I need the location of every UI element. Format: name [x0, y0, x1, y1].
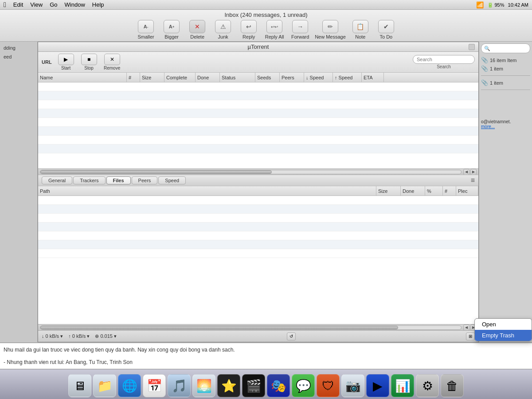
- files-table-body[interactable]: [38, 196, 478, 324]
- menu-edit[interactable]: Edit: [13, 1, 23, 8]
- right-panel-search-input[interactable]: [481, 43, 530, 53]
- menu-view[interactable]: View: [30, 1, 43, 8]
- context-menu-open[interactable]: Open: [475, 319, 532, 330]
- col-header-dspeed[interactable]: ↓ Speed: [304, 73, 333, 82]
- col-header-name[interactable]: Name: [38, 73, 127, 82]
- email-more-link[interactable]: more...: [481, 124, 530, 129]
- note-icon[interactable]: 📋: [352, 20, 368, 33]
- fcol-header-num[interactable]: #: [443, 186, 456, 196]
- fcol-header-path[interactable]: Path: [38, 186, 376, 196]
- scroll-right[interactable]: ▶: [470, 169, 477, 175]
- col-header-seeds[interactable]: Seeds: [255, 73, 280, 82]
- reply-icon[interactable]: ↩: [241, 20, 257, 33]
- dht-status[interactable]: ⊕ 0.015 ▾: [95, 333, 117, 339]
- btn-start[interactable]: ▶ Start: [55, 54, 77, 70]
- table-row[interactable]: [38, 91, 478, 100]
- junk-icon[interactable]: ⚠: [215, 20, 231, 33]
- btn-delete[interactable]: ✕ Delete: [186, 20, 208, 39]
- fcol-header-plec[interactable]: Plec: [456, 186, 478, 196]
- col-header-num[interactable]: #: [127, 73, 140, 82]
- tab-files[interactable]: Files: [106, 176, 131, 184]
- menu-window[interactable]: Window: [65, 1, 85, 8]
- table-row[interactable]: [38, 100, 478, 109]
- tab-speed[interactable]: Speed: [158, 176, 186, 184]
- torrent-list-scrollbar[interactable]: ◀ ▶: [38, 168, 478, 175]
- torrent-list-body[interactable]: [38, 82, 478, 168]
- utorrent-minimize-button[interactable]: [469, 44, 475, 50]
- btn-reply-all[interactable]: ↩↩ Reply All: [263, 20, 286, 39]
- smaller-icon[interactable]: A-: [138, 20, 154, 33]
- btn-forward[interactable]: → Forward: [289, 20, 311, 39]
- table-row[interactable]: [38, 196, 478, 205]
- dock-icon-music[interactable]: 🎵: [168, 374, 191, 397]
- table-row[interactable]: [38, 240, 478, 249]
- reply-all-icon[interactable]: ↩↩: [266, 20, 282, 33]
- tab-trackers[interactable]: Trackers: [73, 176, 105, 184]
- download-speed[interactable]: ↓ 0 kB/s ▾: [42, 333, 63, 339]
- btn-smaller[interactable]: A- Smaller: [135, 20, 157, 39]
- col-header-peers[interactable]: Peers: [280, 73, 304, 82]
- status-btn-refresh[interactable]: ↺: [287, 332, 296, 340]
- table-row[interactable]: [38, 223, 478, 231]
- sidebar-item-dding[interactable]: dding: [0, 43, 37, 52]
- status-btn-options[interactable]: ⊞: [466, 332, 475, 340]
- btn-stop[interactable]: ■ Stop: [78, 54, 100, 70]
- scrollbar-track[interactable]: [40, 170, 462, 174]
- table-row[interactable]: [38, 205, 478, 214]
- files-scrollbar[interactable]: ◀ ▶: [38, 324, 478, 330]
- btn-bigger[interactable]: A+ Bigger: [160, 20, 183, 39]
- todo-icon[interactable]: ✔: [378, 20, 394, 33]
- btn-junk[interactable]: ⚠ Junk: [212, 20, 234, 39]
- dock-icon-app1[interactable]: 🛡: [317, 374, 340, 397]
- menu-go[interactable]: Go: [50, 1, 57, 8]
- dock-icon-messages[interactable]: 💬: [292, 374, 315, 397]
- dock-icon-folder[interactable]: 📁: [93, 374, 116, 397]
- search-input[interactable]: [413, 55, 475, 64]
- btn-note[interactable]: 📋 Note: [349, 20, 372, 39]
- col-header-status[interactable]: Status: [220, 73, 255, 82]
- fcol-header-pct[interactable]: %: [425, 186, 443, 196]
- files-scrollbar-track[interactable]: [40, 325, 462, 330]
- apple-menu[interactable]: : [4, 1, 6, 9]
- table-row[interactable]: [38, 136, 478, 145]
- dock-icon-camera[interactable]: 📷: [341, 374, 364, 397]
- dock-icon-star[interactable]: ⭐: [217, 374, 240, 397]
- dock-icon-imovie[interactable]: 🎭: [267, 374, 290, 397]
- table-row[interactable]: [38, 127, 478, 136]
- btn-reply[interactable]: ↩ Reply: [238, 20, 260, 39]
- start-icon[interactable]: ▶: [58, 54, 74, 65]
- right-panel-item-1a[interactable]: 📎 1 item: [481, 64, 530, 73]
- dock-icon-numbers[interactable]: 📊: [391, 374, 414, 397]
- dock-icon-video[interactable]: 🎬: [242, 374, 265, 397]
- btn-new-message[interactable]: ✏ New Message: [315, 20, 346, 39]
- col-header-done[interactable]: Done: [196, 73, 220, 82]
- dock-icon-settings[interactable]: ⚙: [416, 374, 439, 397]
- col-header-uspeed[interactable]: ↑ Speed: [333, 73, 362, 82]
- table-row[interactable]: [38, 82, 478, 91]
- tab-options-icon[interactable]: ≡: [471, 176, 475, 184]
- scroll-left[interactable]: ◀: [463, 169, 469, 175]
- context-menu-empty-trash[interactable]: Empty Trash: [475, 330, 532, 341]
- forward-icon[interactable]: →: [292, 20, 308, 33]
- right-panel-item-16[interactable]: 📎 16 item Item: [481, 56, 530, 64]
- table-row[interactable]: [38, 109, 478, 118]
- col-header-size[interactable]: Size: [140, 73, 164, 82]
- dock-icon-quicktime[interactable]: ▶: [366, 374, 389, 397]
- right-panel-item-1b[interactable]: 📎 1 item: [481, 78, 530, 87]
- new-message-icon[interactable]: ✏: [322, 20, 338, 33]
- upload-speed[interactable]: ↑ 0 kB/s ▾: [68, 333, 90, 339]
- files-scrollbar-thumb[interactable]: [40, 326, 398, 329]
- col-header-complete[interactable]: Complete: [164, 73, 196, 82]
- sidebar-item-eed[interactable]: eed: [0, 52, 37, 61]
- btn-todo[interactable]: ✔ To Do: [375, 20, 397, 39]
- bigger-icon[interactable]: A+: [164, 20, 180, 33]
- dock-icon-photos[interactable]: 🌅: [192, 374, 215, 397]
- scrollbar-thumb[interactable]: [40, 170, 272, 174]
- btn-remove[interactable]: ✕ Remove: [102, 54, 123, 70]
- table-row[interactable]: [38, 118, 478, 127]
- tab-peers[interactable]: Peers: [132, 176, 158, 184]
- table-row[interactable]: [38, 214, 478, 223]
- remove-icon[interactable]: ✕: [104, 54, 120, 65]
- col-header-eta[interactable]: ETA: [362, 73, 384, 82]
- files-scroll-left[interactable]: ◀: [463, 325, 469, 331]
